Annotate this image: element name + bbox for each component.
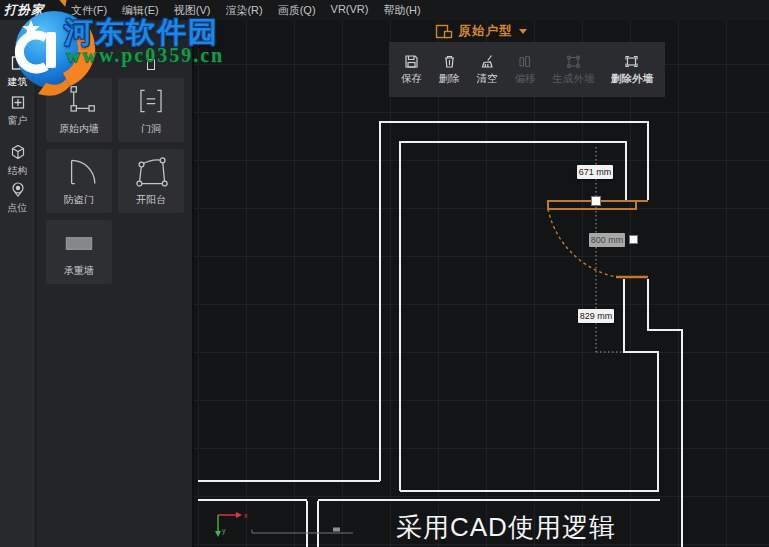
tile-bearing-wall[interactable]: 承重墙 <box>46 220 112 284</box>
save-label: 保存 <box>401 72 422 86</box>
sidebar-item-label: 窗户 <box>8 114 28 128</box>
door-drag-grip[interactable] <box>591 196 601 206</box>
delete-label: 删除 <box>439 72 460 86</box>
delete-button[interactable]: 删除 <box>439 53 460 86</box>
y-axis-label: y <box>222 527 226 535</box>
y-axis-arrow-icon <box>215 531 221 537</box>
tile-balcony[interactable]: 开阳台 <box>118 149 184 213</box>
dimension-label-671: 671 mm <box>577 165 613 179</box>
dimension-drag-grip[interactable] <box>629 235 638 244</box>
structure-icon <box>9 143 27 161</box>
broom-icon <box>479 53 496 70</box>
sidebar-item-point[interactable]: 点位 <box>0 180 35 215</box>
tile-label: 原始内墙 <box>46 122 112 136</box>
sidebar: 建筑 窗户 结构 点位 <box>0 20 36 547</box>
original-inner-wall-icon <box>60 82 98 120</box>
menu-file[interactable]: 文件(F) <box>68 1 110 20</box>
layout-selector-label: 原始户型 <box>459 23 513 40</box>
panel-collapse-handle[interactable] <box>147 59 155 70</box>
delete-outer-wall-icon <box>623 53 640 70</box>
floor-plan: x y <box>192 20 769 547</box>
sidebar-item-label: 点位 <box>8 201 28 215</box>
promo-caption: 采用CAD使用逻辑 <box>396 510 616 545</box>
sidebar-item-window[interactable]: 窗户 <box>0 93 35 128</box>
x-axis-label: x <box>244 512 248 519</box>
menu-quality[interactable]: 画质(Q) <box>275 1 319 20</box>
building-icon <box>9 54 27 72</box>
delete-outer-wall-button[interactable]: 删除外墙 <box>611 53 653 86</box>
menu-help[interactable]: 帮助(H) <box>380 1 423 20</box>
chevron-down-icon <box>519 29 527 34</box>
panel-title: 建筑 <box>45 58 67 73</box>
menu-render[interactable]: 渲染(R) <box>222 1 265 20</box>
menu-edit[interactable]: 编辑(E) <box>119 1 162 20</box>
sidebar-item-label: 建筑 <box>8 75 28 89</box>
tile-security-door[interactable]: 防盗门 <box>46 149 112 213</box>
bearing-wall-icon <box>60 224 98 262</box>
sidebar-item-structure[interactable]: 结构 <box>0 143 35 178</box>
security-door-icon <box>60 153 98 191</box>
menu-view[interactable]: 视图(V) <box>171 1 214 20</box>
tile-label: 承重墙 <box>46 264 112 278</box>
tile-label: 防盗门 <box>46 193 112 207</box>
dimension-input-800[interactable]: 800 mm <box>589 233 625 247</box>
offset-button: 偏移 <box>514 53 535 86</box>
scale-ruler <box>252 528 353 534</box>
menu-items: 文件(F) 编辑(E) 视图(V) 渲染(R) 画质(Q) VR(VR) 帮助(… <box>68 1 424 20</box>
sidebar-item-label: 结构 <box>8 164 28 178</box>
app-logo-text: 打扮家 <box>4 3 45 17</box>
generate-outer-wall-button: 生成外墙 <box>552 53 594 86</box>
tile-label: 开阳台 <box>118 193 184 207</box>
clear-label: 清空 <box>477 72 498 86</box>
menu-bar: 打扮家 文件(F) 编辑(E) 视图(V) 渲染(R) 画质(Q) VR(VR)… <box>0 0 769 20</box>
tile-original-inner-wall[interactable]: 原始内墙 <box>46 78 112 142</box>
x-axis-arrow-icon <box>236 512 242 518</box>
building-tool-panel: 建筑 原始内墙 门洞 <box>36 20 194 547</box>
generate-outer-wall-icon <box>565 53 582 70</box>
offset-label: 偏移 <box>514 72 535 86</box>
offset-icon <box>516 53 533 70</box>
save-icon <box>403 53 420 70</box>
menu-vr[interactable]: VR(VR) <box>328 1 372 20</box>
edit-toolbar: 保存 删除 清空 <box>389 42 665 97</box>
tile-door-opening[interactable]: 门洞 <box>118 78 184 142</box>
floorplan-icon <box>435 24 453 40</box>
balcony-icon <box>132 153 170 191</box>
sidebar-item-building[interactable]: 建筑 <box>0 54 35 89</box>
point-icon <box>9 180 27 198</box>
drawing-canvas[interactable]: x y 671 mm 800 mm 829 mm 采用CAD使用逻辑 原始户型 <box>192 20 769 547</box>
door-opening-icon <box>132 82 170 120</box>
generate-outer-wall-label: 生成外墙 <box>552 72 594 86</box>
layout-selector[interactable]: 原始户型 <box>192 23 769 40</box>
delete-outer-wall-label: 删除外墙 <box>611 72 653 86</box>
tile-label: 门洞 <box>118 122 184 136</box>
window-icon <box>9 93 27 111</box>
axis-indicator: x y <box>215 512 248 537</box>
clear-button[interactable]: 清空 <box>477 53 498 86</box>
spark-icon <box>56 0 66 6</box>
save-button[interactable]: 保存 <box>401 53 422 86</box>
dimension-label-829: 829 mm <box>578 309 614 323</box>
app-logo: 打扮家 <box>4 2 60 19</box>
trash-icon <box>441 53 458 70</box>
app-window: 打扮家 文件(F) 编辑(E) 视图(V) 渲染(R) 画质(Q) VR(VR)… <box>0 0 769 547</box>
wall-lines <box>198 122 682 547</box>
